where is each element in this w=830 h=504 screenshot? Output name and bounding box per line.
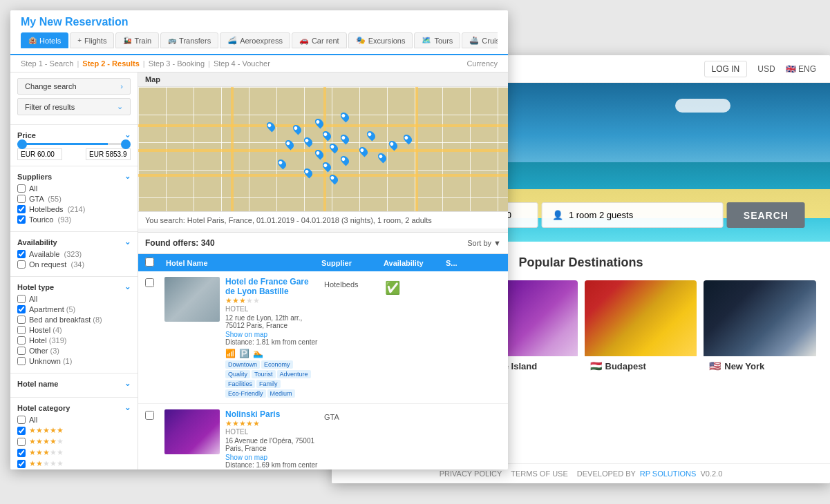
- language-selector[interactable]: 🇬🇧 ENG: [786, 64, 816, 74]
- type-all-checkbox[interactable]: [17, 295, 26, 303]
- type-hostel-checkbox[interactable]: [17, 326, 26, 334]
- tab-train[interactable]: 🚂 Train: [115, 32, 159, 48]
- tab-cruises[interactable]: 🚢 Cruises: [462, 32, 498, 48]
- type-bnb: Bed and breakfast (8): [17, 316, 131, 324]
- supplier-all: All: [17, 184, 131, 193]
- hotel-1-name[interactable]: Hotel de France Gare de Lyon Bastille: [225, 277, 319, 296]
- car-icon: 🚗: [299, 36, 309, 45]
- select-all-checkbox[interactable]: [145, 258, 154, 266]
- hotel-category-title[interactable]: Hotel category ⌄: [17, 403, 131, 412]
- change-search-section: Change search › Filter of results ⌄: [10, 72, 138, 125]
- type-other-checkbox[interactable]: [17, 347, 26, 355]
- tab-tours[interactable]: 🗺️ Tours: [414, 32, 460, 48]
- cat-2star-checkbox[interactable]: [17, 460, 26, 468]
- cat-4star-checkbox[interactable]: [17, 438, 26, 446]
- supplier-hotelbeds: Hotelbeds (214): [17, 205, 131, 213]
- change-search-button[interactable]: Change search ›: [17, 78, 131, 95]
- budapest-image: [585, 280, 697, 356]
- type-apartment-checkbox[interactable]: [17, 305, 26, 313]
- hotel-2-name[interactable]: Nolinski Paris: [225, 409, 319, 419]
- type-hotel-checkbox[interactable]: [17, 336, 26, 345]
- supplier-hotelbeds-checkbox[interactable]: [17, 205, 26, 213]
- price-chevron-icon: ⌄: [124, 130, 131, 139]
- hotel-2-price: [446, 409, 501, 413]
- price-inputs: [17, 148, 131, 160]
- steps-breadcrumb: Step 1 - Search | Step 2 - Results | Ste…: [10, 55, 508, 72]
- cat-all-checkbox[interactable]: [17, 416, 26, 424]
- hotel-type-title[interactable]: Hotel type ⌄: [17, 282, 131, 291]
- cat-3star: ★★★★★: [17, 448, 131, 457]
- tab-flights[interactable]: + Flights: [70, 32, 114, 48]
- budapest-label: 🇭🇺 Budapest: [585, 356, 697, 376]
- supplier-all-checkbox[interactable]: [17, 184, 26, 193]
- supplier-gta-checkbox[interactable]: [17, 195, 26, 203]
- currency-selector[interactable]: USD: [757, 64, 775, 74]
- tab-car-rent[interactable]: 🚗 Car rent: [292, 32, 347, 48]
- step-4[interactable]: Step 4 - Voucher: [214, 59, 270, 68]
- tab-excursions[interactable]: 🎭 Excursions: [348, 32, 413, 48]
- hotel-1-tags: Downtown Economy Quality Tourist Adventu…: [225, 360, 319, 398]
- hotel-2-showmap[interactable]: Show on map: [225, 454, 319, 461]
- hotel-row: Nolinski Paris ★★★★★ HOTEL 16 Avenue de …: [138, 404, 508, 469]
- price-max-input[interactable]: [86, 148, 131, 160]
- slider-thumb-left[interactable]: [17, 139, 27, 149]
- hotel-1-supplier: Hotelbeds: [324, 277, 379, 289]
- train-icon: 🚂: [123, 37, 131, 44]
- main-content: Map: [138, 72, 508, 469]
- tab-hotels[interactable]: 🏨 Hotels: [21, 32, 68, 48]
- supplier-tourico: Tourico (93): [17, 215, 131, 224]
- supplier-tourico-checkbox[interactable]: [17, 215, 26, 224]
- destination-budapest[interactable]: 🇭🇺 Budapest: [585, 280, 697, 376]
- price-slider[interactable]: [17, 143, 131, 145]
- search-button[interactable]: SEARCH: [727, 202, 805, 228]
- navigation-tabs: 🏨 Hotels + Flights 🚂 Train 🚌 Transfers 🚄…: [21, 32, 498, 48]
- hotel-category-section: Hotel category ⌄ All ★★★★★ ★★★★★ ★★★★★: [10, 398, 138, 469]
- hotel-1-checkbox[interactable]: [145, 278, 154, 287]
- tab-transfers[interactable]: 🚌 Transfers: [160, 32, 218, 48]
- price-title[interactable]: Price ⌄: [17, 130, 131, 139]
- terms-link[interactable]: TERMS OF USE: [511, 469, 568, 478]
- privacy-link[interactable]: PRIVACY POLICY: [440, 469, 502, 478]
- destination-newyork[interactable]: 🇺🇸 New York: [704, 280, 816, 376]
- availability-title[interactable]: Availability ⌄: [17, 238, 131, 246]
- guests-input[interactable]: 👤 1 room 2 guests: [542, 202, 724, 228]
- slider-thumb-right[interactable]: [121, 139, 131, 149]
- hotel-name-title[interactable]: Hotel name ⌄: [17, 379, 131, 388]
- step-1[interactable]: Step 1 - Search: [21, 59, 73, 68]
- hotel-1-showmap[interactable]: Show on map: [225, 331, 319, 338]
- hotel-2-checkbox[interactable]: [145, 411, 154, 420]
- type-hotel: Hotel (319): [17, 336, 131, 345]
- company-link[interactable]: RP SOLUTIONS: [640, 469, 697, 478]
- map-road: [323, 87, 326, 211]
- hotel-2-address: 16 Avenue de l'Opéra, 75001 Paris, Franc…: [225, 437, 319, 452]
- login-button[interactable]: LOG IN: [704, 61, 748, 77]
- hotel-1-price: [446, 277, 501, 280]
- price-min-input[interactable]: [17, 148, 62, 160]
- newyork-image: [704, 280, 816, 356]
- step-3[interactable]: Step 3 - Booking: [149, 59, 205, 68]
- type-all: All: [17, 295, 131, 303]
- on-request-checkbox[interactable]: [17, 260, 26, 269]
- guest-icon: 👤: [552, 210, 563, 220]
- hotel-type-chevron-icon: ⌄: [124, 282, 131, 291]
- sort-by[interactable]: Sort by ▼: [467, 239, 501, 247]
- type-bnb-checkbox[interactable]: [17, 316, 26, 324]
- hotel-1-availability: ✅: [385, 277, 440, 295]
- available-checkbox[interactable]: [17, 250, 26, 258]
- suppliers-title[interactable]: Suppliers ⌄: [17, 172, 131, 181]
- reservation-header: My New Reservation 🏨 Hotels + Flights 🚂 …: [10, 10, 508, 55]
- cat-3star-checkbox[interactable]: [17, 449, 26, 457]
- cruises-icon: 🚢: [469, 36, 479, 45]
- type-unknown-checkbox[interactable]: [17, 357, 26, 365]
- tab-aeroexpress[interactable]: 🚄 Aeroexpress: [220, 32, 290, 48]
- availability-section: Availability ⌄ Available (323) On reques…: [10, 232, 138, 277]
- col-price: S...: [446, 259, 501, 267]
- cat-5star-checkbox[interactable]: [17, 427, 26, 435]
- filter-results-button[interactable]: Filter of results ⌄: [17, 98, 131, 115]
- hotel-2-info: Nolinski Paris ★★★★★ HOTEL 16 Avenue de …: [225, 409, 319, 469]
- step-2[interactable]: Step 2 - Results: [82, 59, 140, 68]
- col-supplier: Supplier: [321, 259, 377, 267]
- cat-2star: ★★★★★: [17, 459, 131, 468]
- map-container[interactable]: [138, 87, 508, 211]
- hotel-1-distance: Distance: 1.81 km from center: [225, 338, 319, 346]
